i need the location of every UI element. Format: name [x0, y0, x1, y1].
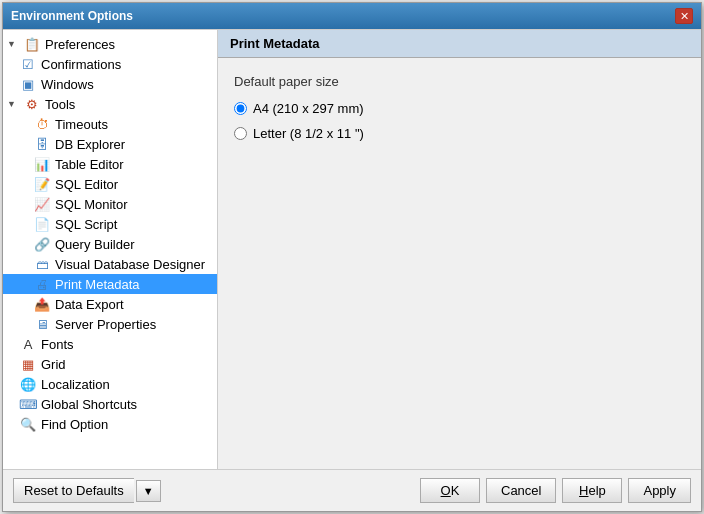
- ok-rest: K: [451, 483, 460, 498]
- expand-icon-tools: ▼: [7, 99, 21, 109]
- icon-dbexplorer: 🗄: [33, 136, 51, 152]
- sidebar-label-sqlmonitor: SQL Monitor: [55, 197, 128, 212]
- icon-sqlmonitor: 📈: [33, 196, 51, 212]
- sidebar-label-localization: Localization: [41, 377, 110, 392]
- sidebar-item-confirmations[interactable]: ☑Confirmations: [3, 54, 217, 74]
- radio-letter[interactable]: [234, 127, 247, 140]
- sidebar-item-timeouts[interactable]: ⏱Timeouts: [3, 114, 217, 134]
- icon-windows: ▣: [19, 76, 37, 92]
- sidebar-label-querybuilder: Query Builder: [55, 237, 134, 252]
- reset-button[interactable]: Reset to Defaults: [13, 478, 134, 503]
- sidebar-label-printmeta: Print Metadata: [55, 277, 140, 292]
- cancel-button[interactable]: Cancel: [486, 478, 556, 503]
- sidebar-item-tableeditor[interactable]: 📊Table Editor: [3, 154, 217, 174]
- title-bar: Environment Options ✕: [3, 3, 701, 29]
- environment-options-window: Environment Options ✕ ▼📋Preferences☑Conf…: [2, 2, 702, 512]
- sidebar-label-fonts: Fonts: [41, 337, 74, 352]
- icon-findoption: 🔍: [19, 416, 37, 432]
- window-title: Environment Options: [11, 9, 133, 23]
- content-body: Default paper size A4 (210 x 297 mm) Let…: [218, 58, 701, 157]
- sidebar-label-serverprops: Server Properties: [55, 317, 156, 332]
- icon-grid: ▦: [19, 356, 37, 372]
- radio-a4[interactable]: [234, 102, 247, 115]
- sidebar-item-visualdb[interactable]: 🗃Visual Database Designer: [3, 254, 217, 274]
- sidebar-label-sqleditor: SQL Editor: [55, 177, 118, 192]
- sidebar-label-tools: Tools: [45, 97, 75, 112]
- bottom-right: OK Cancel Help Apply: [420, 478, 691, 503]
- sidebar-label-dataexport: Data Export: [55, 297, 124, 312]
- sidebar-label-confirmations: Confirmations: [41, 57, 121, 72]
- sidebar-item-grid[interactable]: ▦Grid: [3, 354, 217, 374]
- ok-underline: O: [441, 483, 451, 498]
- sidebar-label-tableeditor: Table Editor: [55, 157, 124, 172]
- sidebar-item-localization[interactable]: 🌐Localization: [3, 374, 217, 394]
- sidebar-label-dbexplorer: DB Explorer: [55, 137, 125, 152]
- apply-button[interactable]: Apply: [628, 478, 691, 503]
- icon-confirmations: ☑: [19, 56, 37, 72]
- reset-dropdown-button[interactable]: ▼: [136, 480, 161, 502]
- radio-item-letter[interactable]: Letter (8 1/2 x 11 "): [234, 126, 685, 141]
- content-header: Print Metadata: [218, 30, 701, 58]
- sidebar-item-windows[interactable]: ▣Windows: [3, 74, 217, 94]
- expand-icon-preferences: ▼: [7, 39, 21, 49]
- icon-globalshortcuts: ⌨: [19, 396, 37, 412]
- sidebar-item-dataexport[interactable]: 📤Data Export: [3, 294, 217, 314]
- sidebar-label-preferences: Preferences: [45, 37, 115, 52]
- ok-button[interactable]: OK: [420, 478, 480, 503]
- sidebar: ▼📋Preferences☑Confirmations▣Windows▼⚙Too…: [3, 30, 218, 469]
- icon-fonts: A: [19, 336, 37, 352]
- bottom-left: Reset to Defaults ▼: [13, 478, 161, 503]
- sidebar-label-findoption: Find Option: [41, 417, 108, 432]
- sidebar-item-tools[interactable]: ▼⚙Tools: [3, 94, 217, 114]
- icon-sqlscript: 📄: [33, 216, 51, 232]
- content-panel: Print Metadata Default paper size A4 (21…: [218, 30, 701, 469]
- sidebar-item-querybuilder[interactable]: 🔗Query Builder: [3, 234, 217, 254]
- icon-printmeta: 🖨: [33, 276, 51, 292]
- icon-sqleditor: 📝: [33, 176, 51, 192]
- radio-label-letter: Letter (8 1/2 x 11 "): [253, 126, 364, 141]
- sidebar-item-sqlscript[interactable]: 📄SQL Script: [3, 214, 217, 234]
- sidebar-item-sqleditor[interactable]: 📝SQL Editor: [3, 174, 217, 194]
- sidebar-label-visualdb: Visual Database Designer: [55, 257, 205, 272]
- sidebar-label-timeouts: Timeouts: [55, 117, 108, 132]
- main-content: ▼📋Preferences☑Confirmations▣Windows▼⚙Too…: [3, 29, 701, 469]
- icon-serverprops: 🖥: [33, 316, 51, 332]
- sidebar-label-windows: Windows: [41, 77, 94, 92]
- icon-querybuilder: 🔗: [33, 236, 51, 252]
- radio-group: A4 (210 x 297 mm) Letter (8 1/2 x 11 "): [234, 101, 685, 141]
- icon-localization: 🌐: [19, 376, 37, 392]
- icon-visualdb: 🗃: [33, 256, 51, 272]
- sidebar-item-findoption[interactable]: 🔍Find Option: [3, 414, 217, 434]
- icon-timeouts: ⏱: [33, 116, 51, 132]
- bottom-bar: Reset to Defaults ▼ OK Cancel Help Apply: [3, 469, 701, 511]
- help-button[interactable]: Help: [562, 478, 622, 503]
- help-rest: elp: [588, 483, 605, 498]
- sidebar-label-grid: Grid: [41, 357, 66, 372]
- close-button[interactable]: ✕: [675, 8, 693, 24]
- sidebar-item-printmeta[interactable]: 🖨Print Metadata: [3, 274, 217, 294]
- sidebar-item-globalshortcuts[interactable]: ⌨Global Shortcuts: [3, 394, 217, 414]
- radio-label-a4: A4 (210 x 297 mm): [253, 101, 364, 116]
- icon-preferences: 📋: [23, 36, 41, 52]
- radio-item-a4[interactable]: A4 (210 x 297 mm): [234, 101, 685, 116]
- sidebar-item-preferences[interactable]: ▼📋Preferences: [3, 34, 217, 54]
- sidebar-label-globalshortcuts: Global Shortcuts: [41, 397, 137, 412]
- sidebar-item-sqlmonitor[interactable]: 📈SQL Monitor: [3, 194, 217, 214]
- sidebar-item-fonts[interactable]: AFonts: [3, 334, 217, 354]
- section-label: Default paper size: [234, 74, 685, 89]
- sidebar-item-dbexplorer[interactable]: 🗄DB Explorer: [3, 134, 217, 154]
- sidebar-item-serverprops[interactable]: 🖥Server Properties: [3, 314, 217, 334]
- icon-dataexport: 📤: [33, 296, 51, 312]
- icon-tools: ⚙: [23, 96, 41, 112]
- sidebar-label-sqlscript: SQL Script: [55, 217, 117, 232]
- icon-tableeditor: 📊: [33, 156, 51, 172]
